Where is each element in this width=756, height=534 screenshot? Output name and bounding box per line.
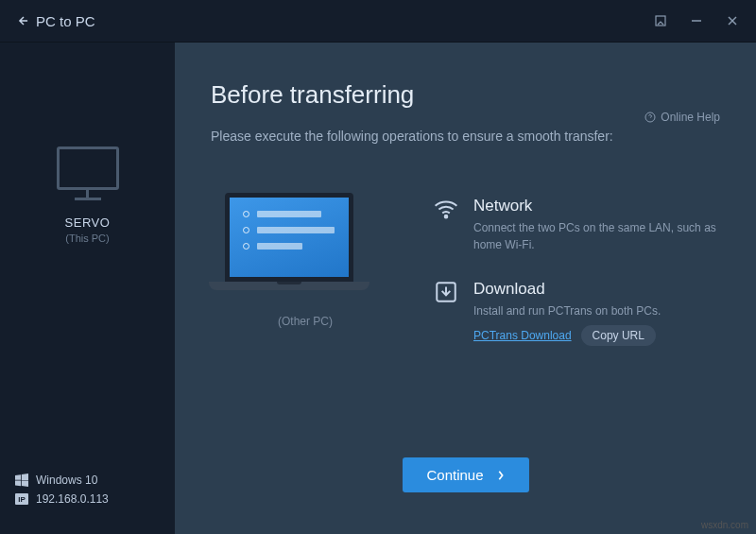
page-title: Before transferring [211,80,720,110]
system-info: Windows 10 IP 192.168.0.113 [15,468,160,506]
back-label: PC to PC [36,13,95,29]
app-body: SERVO (This PC) Windows 10 IP 192.168.0.… [0,43,756,534]
pctrans-download-link[interactable]: PCTrans Download [473,329,572,342]
watermark: wsxdn.com [701,520,748,530]
svg-rect-0 [656,16,665,26]
step-download: Download Install and run PCTrans on both… [434,280,720,346]
continue-button[interactable]: Continue [402,457,528,492]
svg-point-5 [445,215,448,218]
wifi-icon [434,197,458,221]
online-help-link[interactable]: Online Help [644,111,720,124]
steps-list: Network Connect the two PCs on the same … [434,193,720,372]
os-label: Windows 10 [36,474,97,487]
minimize-button[interactable] [690,14,703,27]
copy-url-button[interactable]: Copy URL [581,325,656,346]
this-pc-graphic: SERVO (This PC) [57,146,119,244]
laptop-icon [225,193,353,282]
step-network-desc: Connect the two PCs on the same LAN, suc… [473,219,720,253]
titlebar: PC to PC [0,0,756,43]
main-panel: Before transferring Please execute the f… [175,43,756,534]
step-download-desc: Install and run PCTrans on both PCs. [473,302,720,319]
step-network: Network Connect the two PCs on the same … [434,197,720,253]
other-pc-graphic: (Other PC) [211,193,400,328]
pc-sublabel: (This PC) [65,233,109,244]
ip-label: 192.168.0.113 [36,492,109,506]
help-icon [644,112,656,123]
pc-name: SERVO [65,215,111,230]
window-controls [654,14,739,27]
ip-icon: IP [15,493,28,505]
monitor-icon [57,146,119,190]
windows-icon [15,474,28,487]
page-subtitle: Please execute the following operations … [211,129,720,144]
back-button[interactable]: PC to PC [17,13,95,29]
chevron-right-icon [497,471,505,480]
step-network-title: Network [473,197,720,215]
restore-down-icon[interactable] [654,14,667,27]
step-download-title: Download [473,280,720,299]
close-button[interactable] [726,14,739,27]
arrow-left-icon [17,14,30,27]
sidebar: SERVO (This PC) Windows 10 IP 192.168.0.… [0,43,175,534]
other-pc-label: (Other PC) [278,315,333,328]
download-icon [434,280,458,304]
